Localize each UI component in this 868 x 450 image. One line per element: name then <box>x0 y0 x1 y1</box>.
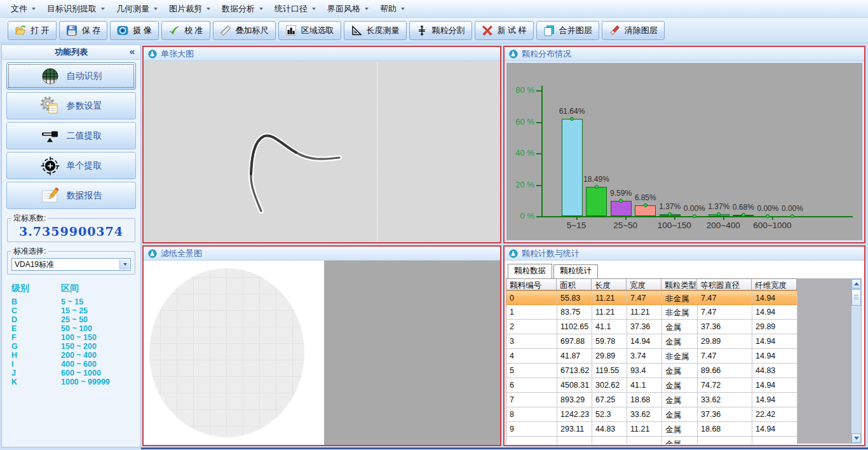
table-row-7[interactable]: 7893.2967.2518.68金属33.6214.94 <box>506 393 797 407</box>
menu-item-label: 几何测量 <box>116 3 149 15</box>
standard-select-value: VDA19标准 <box>15 259 54 270</box>
table-cell: 4 <box>506 349 557 363</box>
toolbar-button-merge-layers[interactable]: 合并图层 <box>536 21 599 40</box>
table-cell: 金属 <box>662 320 698 334</box>
menu-item-label: 文件 <box>11 3 27 15</box>
table-cell: 1102.65 <box>557 320 592 334</box>
range-value: 25 ~ 50 <box>61 315 88 324</box>
table-row-9[interactable]: 9293.1144.8311.21金属18.6814.94 <box>506 422 797 437</box>
level-value: E <box>11 324 61 333</box>
table-cell: 37.36 <box>627 320 662 334</box>
level-row-J: J600 ~ 1000 <box>11 369 140 378</box>
column-header-2[interactable]: 长度 <box>592 278 627 290</box>
table-cell: 非金属 <box>662 291 698 304</box>
toolbar-button-label: 叠加标尺 <box>236 25 269 36</box>
table-row-1[interactable]: 183.7511.2111.21非金属7.4714.94 <box>506 305 797 320</box>
table-scrollbar[interactable] <box>851 278 862 444</box>
sidebar-header: 功能列表 « <box>2 45 140 60</box>
table-cell: 金属 <box>662 422 698 436</box>
toolbar-button-length-measure[interactable]: 长度测量 <box>344 21 407 40</box>
menu-item-help[interactable]: 帮助 <box>374 1 410 17</box>
toolbar-button-open[interactable]: 打 开 <box>8 21 57 40</box>
menu-item-label: 数据分析 <box>222 3 255 15</box>
sidebar-button-binary-extract[interactable]: 二值提取 <box>6 122 136 149</box>
toolbar-button-overlay-ruler[interactable]: 叠加标尺 <box>213 21 276 40</box>
table-cell: 7.47 <box>627 291 662 304</box>
sidebar-button-single-extract[interactable]: 单个提取 <box>6 152 136 179</box>
scroll-down-arrow[interactable] <box>851 433 861 443</box>
level-value: H <box>11 351 61 360</box>
chevron-down-icon <box>312 8 316 10</box>
particle-data-table: 颗料编号面积长度宽度颗粒类型等积圆直径纤维宽度055.8311.217.47非金… <box>506 278 797 444</box>
chevron-down-icon <box>259 8 263 10</box>
chart-y-tick <box>536 185 541 186</box>
menu-item-label: 统计口径 <box>275 3 308 15</box>
toolbar-button-capture[interactable]: 摄 像 <box>110 21 159 40</box>
menu-item-file[interactable]: 文件 <box>5 1 41 17</box>
table-row-4[interactable]: 441.8729.893.74非金属7.4714.94 <box>506 349 797 364</box>
table-cell: 金属 <box>662 393 698 407</box>
single-image-view[interactable] <box>144 61 500 242</box>
table-cell <box>627 437 662 444</box>
panel-badge-icon <box>148 249 157 258</box>
chart-y-tick <box>536 153 541 154</box>
table-row-0[interactable]: 055.8311.217.47非金属7.4714.94 <box>506 290 797 305</box>
table-row-6[interactable]: 64508.31302.6241.1金属74.7214.94 <box>506 378 797 393</box>
table-cell <box>752 437 797 444</box>
toolbar-button-calibrate[interactable]: 校 准 <box>161 21 210 40</box>
menu-item-statistics-caliber[interactable]: 统计口径 <box>269 1 322 17</box>
chart-value-label: 18.49% <box>578 175 616 184</box>
sidebar-button-parameter-settings[interactable]: 参数设置 <box>6 92 136 119</box>
column-header-1[interactable]: 面积 <box>557 278 592 290</box>
slider-icon <box>41 126 60 146</box>
column-header-0[interactable]: 颗料编号 <box>506 278 557 290</box>
tab-particle-data[interactable]: 颗粒数据 <box>508 264 552 279</box>
scroll-thumb[interactable] <box>851 289 861 306</box>
column-header-5[interactable]: 等积圆直径 <box>697 278 752 290</box>
standard-label: 标准选择: <box>11 246 48 257</box>
table-cell: 7.47 <box>698 349 752 363</box>
menu-item-data-analysis[interactable]: 数据分析 <box>216 1 269 17</box>
table-row-2[interactable]: 21102.6541.137.36金属37.3629.89 <box>506 320 797 334</box>
table-row-5[interactable]: 56713.62119.5593.4金属89.6644.83 <box>506 364 797 378</box>
table-cell <box>557 437 592 444</box>
panorama-view[interactable] <box>144 261 500 445</box>
tab-particle-stats[interactable]: 颗粒统计 <box>553 264 598 279</box>
filter-paper-image <box>144 261 500 445</box>
table-cell: 11.21 <box>592 291 627 304</box>
table-cell: 29.89 <box>752 320 797 334</box>
menu-bar: 文件目标识别提取几何测量图片裁剪数据分析统计口径界面风格帮助 <box>0 0 868 18</box>
collapse-sidebar-button[interactable]: « <box>130 46 135 57</box>
range-value: 400 ~ 600 <box>61 360 97 369</box>
toolbar-button-save[interactable]: 保 存 <box>59 21 108 40</box>
toolbar-button-region-select[interactable]: 区域选取 <box>278 21 341 40</box>
sidebar-button-data-report[interactable]: 数据报告 <box>6 182 136 209</box>
sidebar-button-label: 二值提取 <box>67 130 102 142</box>
menu-item-target-recognition-extract[interactable]: 目标识别提取 <box>41 1 111 17</box>
level-value: G <box>11 342 61 351</box>
chart-value-label: 0.00% <box>773 204 811 213</box>
toolbar-button-particle-split[interactable]: 颗粒分割 <box>409 21 472 40</box>
table-cell: 22.42 <box>752 407 797 421</box>
table-row-3[interactable]: 3697.8859.7814.94金属29.8914.94 <box>506 334 797 349</box>
menu-item-geometry-measure[interactable]: 几何测量 <box>111 1 163 17</box>
column-header-4[interactable]: 颗粒类型 <box>661 278 697 290</box>
column-header-6[interactable]: 纤维宽度 <box>752 278 797 290</box>
toolbar-button-new-sample[interactable]: 新 试 样 <box>475 21 534 40</box>
scroll-up-arrow[interactable] <box>851 279 861 289</box>
level-row-E: E50 ~ 100 <box>11 324 140 333</box>
chart-x-tick <box>576 217 578 220</box>
standard-select[interactable]: VDA19标准 <box>11 258 131 271</box>
table-cell: 0 <box>506 291 557 304</box>
toolbar-button-clear-layers[interactable]: 清除图层 <box>602 21 665 40</box>
toolbar-button-label: 校 准 <box>184 25 203 36</box>
column-header-3[interactable]: 宽度 <box>627 278 661 290</box>
menu-item-ui-style[interactable]: 界面风格 <box>322 1 374 17</box>
menu-item-image-crop[interactable]: 图片裁剪 <box>163 1 216 17</box>
table-cell: 3.74 <box>627 349 662 363</box>
sidebar-button-auto-recognition[interactable]: 自动识别 <box>6 62 136 90</box>
chevron-down-icon[interactable] <box>119 259 130 269</box>
table-cell: 金属 <box>662 407 698 421</box>
table-row-8[interactable]: 81242.2352.333.62金属37.3622.42 <box>506 407 797 422</box>
chart-x-tick <box>625 217 627 220</box>
